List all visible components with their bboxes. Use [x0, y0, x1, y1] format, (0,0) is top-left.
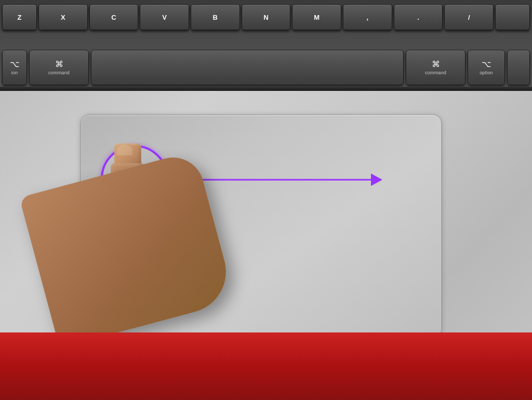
- key-space[interactable]: [91, 50, 404, 85]
- keyboard-bottom-row: ⌥ ion ⌘ command ⌘ command ⌥ option: [0, 47, 532, 88]
- key-period[interactable]: .: [394, 4, 443, 30]
- key-n[interactable]: N: [242, 4, 291, 30]
- option-right-symbol: ⌥: [482, 60, 491, 69]
- arrow-head: [371, 174, 382, 186]
- keyboard-area: Z X C V B N M , . / ⌥ ion ⌘ command: [0, 0, 532, 91]
- command-left-label: command: [48, 70, 70, 75]
- key-v[interactable]: V: [140, 4, 189, 30]
- key-x[interactable]: X: [38, 4, 88, 30]
- key-slash[interactable]: /: [444, 4, 494, 30]
- key-command-left[interactable]: ⌘ command: [29, 50, 89, 85]
- fn-symbol: ⌥: [10, 60, 19, 69]
- fn-label: ion: [11, 70, 18, 75]
- key-far-right[interactable]: [507, 50, 530, 85]
- key-b[interactable]: B: [191, 4, 240, 30]
- key-m[interactable]: M: [292, 4, 341, 30]
- red-cloth: [0, 332, 532, 400]
- key-fn[interactable]: ⌥ ion: [2, 50, 27, 85]
- keyboard-bezel: [0, 87, 532, 91]
- key-command-right[interactable]: ⌘ command: [406, 50, 466, 85]
- key-z[interactable]: Z: [2, 4, 37, 30]
- key-option-right[interactable]: ⌥ option: [468, 50, 505, 85]
- hand-shape: [19, 151, 235, 348]
- option-right-label: option: [480, 70, 493, 75]
- command-right-label: command: [425, 70, 446, 75]
- key-c[interactable]: C: [89, 4, 139, 30]
- hand-body: [36, 171, 218, 327]
- command-right-symbol: ⌘: [432, 60, 440, 69]
- screenshot-container: Z X C V B N M , . / ⌥ ion ⌘ command: [0, 0, 532, 400]
- keyboard-top-row: Z X C V B N M , . /: [0, 2, 532, 33]
- trackpad-container: [0, 91, 532, 400]
- command-left-symbol: ⌘: [55, 60, 63, 69]
- key-comma[interactable]: ,: [343, 4, 392, 30]
- key-rshift[interactable]: [495, 4, 530, 30]
